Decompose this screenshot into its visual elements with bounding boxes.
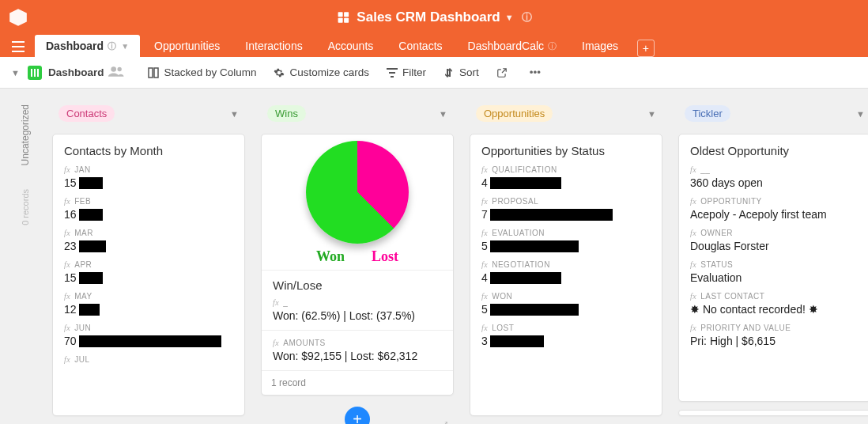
chevron-down-icon[interactable]: ▼	[439, 109, 447, 119]
card-stub[interactable]	[678, 410, 868, 416]
field-label: JUL	[74, 355, 89, 364]
field-value: 16	[64, 208, 233, 221]
fx-icon: fx	[64, 260, 70, 269]
card-win-lose[interactable]: Won Lost Win/Lose fx_ Won: (62.5%) | Los…	[261, 134, 454, 396]
legend-won: Won	[316, 248, 345, 265]
field-value: 23	[64, 240, 233, 252]
month-row: fxAPR15	[64, 260, 233, 284]
column-wins: Wins ▼ Won Lost Win/Lose fx_ Won: (62.5%…	[259, 101, 455, 424]
column-header[interactable]: Tickler ▼	[677, 101, 868, 126]
fx-icon: fx	[481, 292, 488, 301]
menu-icon[interactable]	[8, 36, 28, 57]
column-header[interactable]: Opportunities ▼	[468, 101, 664, 126]
tickler-field: fxSTATUSEvaluation	[690, 260, 859, 284]
column-opportunities: Opportunities ▼ Opportunities by Status …	[468, 101, 664, 424]
field-label: STATUS	[700, 260, 733, 269]
tab-contacts[interactable]: Contacts	[387, 35, 453, 57]
field-value: 360 days open	[690, 176, 859, 189]
chevron-down-icon[interactable]: ▼	[121, 42, 129, 51]
more-button[interactable]: •••	[530, 66, 545, 78]
gutter-label-uncategorized[interactable]: Uncategorized	[20, 104, 31, 165]
card-contacts-by-month[interactable]: Contacts by Month fxJAN15fxFEB16fxMAR23f…	[52, 134, 245, 416]
win-pct-line: Won: (62.5%) | Lost: (37.5%)	[273, 309, 442, 322]
field-value: 4	[481, 271, 651, 284]
chevron-down-icon[interactable]: ▼	[505, 13, 514, 22]
column-header[interactable]: Wins ▼	[259, 101, 455, 126]
add-tab-button[interactable]: +	[637, 40, 655, 57]
svg-rect-11	[387, 68, 398, 70]
fx-icon: fx	[64, 355, 70, 364]
fx-icon: fx	[481, 165, 488, 174]
card-oldest-opportunity[interactable]: Oldest Opportunity fx__360 days openfxOP…	[678, 134, 868, 402]
column-pill: Tickler	[685, 105, 730, 122]
month-row: fxMAY12	[64, 292, 233, 316]
field-value: 7	[481, 208, 651, 221]
column-contacts: Contacts ▼ Contacts by Month fxJAN15fxFE…	[51, 101, 247, 424]
fx-icon: fx	[64, 324, 70, 332]
customize-cards-button[interactable]: Customize cards	[274, 66, 369, 78]
tab-images[interactable]: Images	[571, 35, 629, 57]
field-label: NEGOTIATION	[492, 260, 550, 269]
field-label: APR	[74, 260, 92, 269]
tab-label: Images	[582, 40, 618, 52]
chevron-down-icon[interactable]: ▼	[11, 68, 20, 78]
legend-lost: Lost	[372, 248, 398, 265]
fx-icon: fx	[64, 197, 70, 206]
status-row: fxEVALUATION5	[481, 229, 651, 252]
label: Stacked by Column	[164, 66, 256, 78]
add-record-button[interactable]: +	[345, 407, 370, 424]
tab-dashboard[interactable]: Dashboard ⓘ ▼	[35, 35, 140, 57]
expand-icon[interactable]: ⤢	[440, 418, 449, 424]
chevron-down-icon[interactable]: ▼	[856, 109, 865, 119]
tab-label: Dashboard	[46, 40, 104, 52]
svg-rect-3	[344, 18, 349, 23]
tab-accounts[interactable]: Accounts	[317, 35, 385, 57]
view-name[interactable]: Dashboard	[48, 66, 104, 78]
svg-rect-5	[12, 46, 25, 47]
svg-rect-12	[389, 72, 395, 74]
share-button[interactable]	[496, 67, 512, 78]
field-value: ✸ No contact recorded! ✸	[690, 303, 859, 316]
top-header: Sales CRM Dashboard ▼ ⓘ	[0, 0, 868, 35]
tab-label: Opportunities	[154, 40, 220, 52]
filter-button[interactable]: Filter	[387, 66, 426, 78]
board-area: Uncategorized 0 records Contacts ▼ Conta…	[0, 89, 868, 424]
pie-chart	[306, 141, 409, 244]
chevron-down-icon[interactable]: ▼	[647, 109, 656, 119]
fx-icon: fx	[64, 165, 70, 174]
stack-icon	[148, 67, 159, 78]
field-label: LOST	[492, 324, 514, 332]
tab-opportunities[interactable]: Opportunities	[143, 35, 231, 57]
pie-legend: Won Lost	[316, 248, 398, 265]
field-label: PROPOSAL	[492, 197, 538, 206]
month-row: fxFEB16	[64, 197, 233, 221]
tab-label: Contacts	[398, 40, 442, 52]
workspace-title[interactable]: Sales CRM Dashboard ▼ ⓘ	[336, 9, 531, 25]
column-header[interactable]: Contacts ▼	[51, 101, 247, 126]
status-row: fxLOST3	[481, 324, 651, 347]
fx-icon: fx	[64, 229, 70, 237]
tickler-field: fxLAST CONTACT✸ No contact recorded! ✸	[690, 292, 859, 316]
fx-icon: fx	[690, 260, 696, 269]
field-label: MAY	[74, 292, 92, 301]
status-row: fxWON5	[481, 292, 651, 316]
svg-rect-13	[391, 76, 394, 78]
tab-dashboardcalc[interactable]: DashboardCalcⓘ	[457, 35, 568, 57]
tab-interactions[interactable]: Interactions	[234, 35, 313, 57]
chevron-down-icon[interactable]: ▼	[230, 109, 239, 119]
field-value: 5	[481, 240, 651, 252]
info-icon[interactable]: ⓘ	[522, 10, 532, 25]
card-opps-by-status[interactable]: Opportunities by Status fxQUALIFICATION4…	[470, 134, 662, 416]
sort-button[interactable]: Sort	[443, 66, 479, 78]
field-label: PRIORITY AND VALUE	[700, 324, 791, 332]
stacked-by-button[interactable]: Stacked by Column	[148, 66, 256, 78]
collaborators-icon[interactable]	[108, 66, 124, 79]
card-footer: 1 record	[262, 370, 453, 395]
board-icon	[336, 10, 350, 25]
label: Sort	[459, 66, 479, 78]
svg-rect-10	[154, 68, 158, 78]
field-value: 5	[481, 303, 651, 316]
field-label: FEB	[74, 197, 91, 206]
status-row: fxPROPOSAL7	[481, 197, 651, 221]
field-label: MAR	[74, 229, 93, 237]
